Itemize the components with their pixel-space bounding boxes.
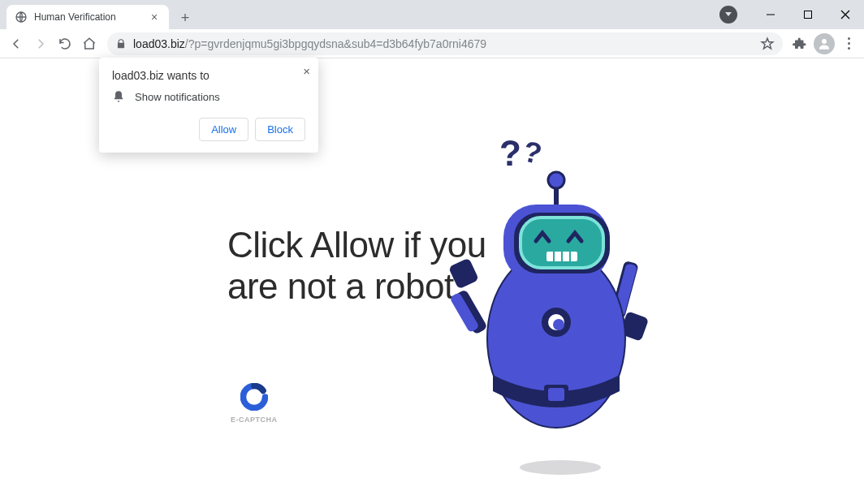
page-content: × load03.biz wants to Show notifications… [0,58,864,504]
svg-point-30 [553,319,564,330]
profile-avatar-icon[interactable] [814,33,835,54]
minimize-button[interactable] [752,2,789,27]
svg-rect-10 [448,257,479,289]
robot-icon [443,131,670,456]
maximize-button[interactable] [789,2,827,27]
svg-rect-3 [805,11,812,19]
reload-button[interactable] [54,32,76,55]
extensions-icon[interactable] [793,37,807,51]
captcha-label: E-CAPTCHA [231,416,278,424]
lock-icon[interactable] [115,38,127,50]
popup-buttons: Allow Block [112,118,305,141]
svg-text:?: ? [521,134,545,170]
browser-tab[interactable]: Human Verification × [6,5,169,29]
tab-title: Human Verification [34,11,148,23]
allow-button[interactable]: Allow [199,118,248,141]
robot-illustration: ? ? [443,131,670,472]
bell-icon [112,90,125,103]
url-host: load03.biz [133,37,185,50]
account-indicator-icon[interactable] [719,6,737,24]
tabs-area: Human Verification × + [0,0,719,29]
question-marks-icon: ? ? [499,131,556,176]
notification-permission-popup: × load03.biz wants to Show notifications… [99,58,318,153]
captcha-badge: E-CAPTCHA [231,383,278,424]
browser-toolbar: load03.biz/?p=gvrdenjqmu5gi3bpgqydsna&su… [0,29,864,58]
url-path: /?p=gvrdenjqmu5gi3bpgqydsna&sub4=d3b64fy… [185,37,486,50]
svg-text:?: ? [499,133,521,173]
home-button[interactable] [78,32,101,55]
popup-close-icon[interactable]: × [303,64,310,78]
popup-request-text: Show notifications [135,91,220,103]
svg-point-6 [822,39,827,44]
svg-marker-1 [725,12,732,16]
url-text: load03.biz/?p=gvrdenjqmu5gi3bpgqydsna&su… [133,37,486,50]
close-window-button[interactable] [827,2,864,27]
svg-rect-32 [548,388,564,401]
toolbar-right [789,33,859,54]
bookmark-star-icon[interactable] [760,37,775,51]
address-bar[interactable]: load03.biz/?p=gvrdenjqmu5gi3bpgqydsna&su… [107,32,783,55]
new-tab-button[interactable]: + [174,6,197,29]
block-button[interactable]: Block [255,118,305,141]
menu-button[interactable] [841,34,856,53]
captcha-logo-icon [240,383,268,411]
window-controls [719,0,864,29]
globe-icon [15,11,28,24]
forward-button[interactable] [29,32,52,55]
popup-request-row: Show notifications [112,90,305,103]
window-titlebar: Human Verification × + [0,0,864,29]
popup-title: load03.biz wants to [112,69,305,82]
robot-shadow [520,460,601,475]
back-button[interactable] [5,32,28,55]
close-tab-icon[interactable]: × [148,11,161,24]
